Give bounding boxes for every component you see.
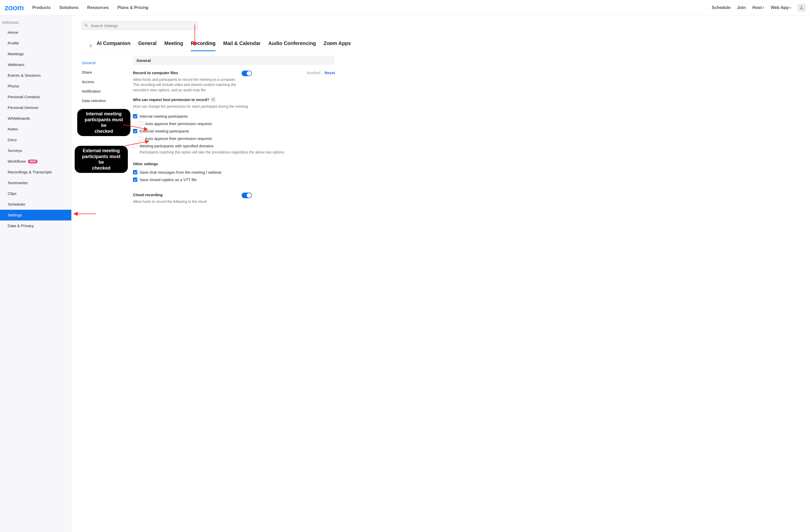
tabs-scroll-right[interactable] [327,41,334,47]
chevron-down-icon: ▾ [790,6,791,9]
tab-ai-companion[interactable]: AI Companion [97,41,130,51]
checkbox-domains[interactable] [133,144,137,148]
checkbox-save-chat[interactable] [133,170,137,174]
sidebar-item-personal-devices[interactable]: Personal Devices [0,102,71,113]
sidebar: PERSONAL HomeProfileMeetingsWebinarsEven… [0,15,71,532]
sidebar-item-personal-contacts[interactable]: Personal Contacts [0,92,71,102]
checkbox-external[interactable] [133,129,137,133]
group-header-general: General [133,56,335,65]
tab-recording[interactable]: Recording [191,41,215,51]
checkbox-save-cc-vtt[interactable] [133,178,137,182]
opt-external-participants[interactable]: External meeting participants [133,127,335,135]
chevron-right-icon [329,42,331,45]
who-can-request-title: Who can request host permission to recor… [133,98,209,102]
sidebar-section-label: PERSONAL [0,21,71,27]
sidebar-item-recordings-transcripts[interactable]: Recordings & Transcripts [0,167,71,178]
sidebar-item-webinars[interactable]: Webinars [0,59,71,70]
checkbox-internal[interactable] [133,114,137,118]
setting-desc: Allow hosts to record the following to t… [133,199,238,204]
settings-tabs: AI CompanionGeneralMeetingRecordingMail … [82,41,334,51]
tab-general[interactable]: General [138,41,157,51]
sidebar-item-scheduler[interactable]: Scheduler [0,199,71,210]
recording-subnav: GeneralShareAccessNotificationData reten… [82,56,123,207]
nav-left: Products Solutions Resources Plans & Pri… [32,5,148,10]
subnav-access[interactable]: Access [82,77,123,86]
checkbox-external-auto[interactable] [139,136,143,141]
opt-specified-domains-desc: Participants matching this option will t… [140,150,335,155]
tab-audio-conferencing[interactable]: Audio Conferencing [268,41,316,51]
setting-title: Cloud recording [133,193,238,197]
nav-webapp[interactable]: Web App▾ [771,5,791,10]
sidebar-item-data-privacy[interactable]: Data & Privacy [0,221,71,231]
search-icon [84,23,88,27]
toggle-cloud-recording[interactable] [242,193,252,198]
sidebar-item-phone[interactable]: Phone [0,81,71,92]
checkbox-internal-auto[interactable] [139,122,143,126]
sidebar-item-settings[interactable]: Settings [0,210,71,221]
subnav-general[interactable]: General [82,58,123,67]
sidebar-item-notes[interactable]: Notes [0,124,71,134]
setting-title: Record to computer files [133,70,238,75]
sidebar-item-docs[interactable]: Docs [0,134,71,145]
nav-plans[interactable]: Plans & Pricing [117,5,148,10]
top-navbar: zoom Products Solutions Resources Plans … [0,0,810,15]
opt-save-chat[interactable]: Save chat messages from the meeting / we… [133,168,335,176]
subnav-notification[interactable]: Notification [82,86,123,96]
svg-point-0 [85,24,87,26]
opt-internal-participants[interactable]: Internal meeting participants [133,113,335,120]
user-icon [799,5,804,10]
svg-line-1 [87,26,87,27]
sidebar-item-whiteboards[interactable]: Whiteboards [0,113,71,124]
setting-record-to-computer: Record to computer files Allow hosts and… [133,70,335,93]
nav-solutions[interactable]: Solutions [59,5,79,10]
nav-join[interactable]: Join [737,5,746,10]
avatar[interactable] [798,4,805,12]
chevron-down-icon: ▾ [763,6,764,9]
nav-products[interactable]: Products [32,5,51,10]
sidebar-item-summaries[interactable]: Summaries [0,178,71,188]
toggle-record-to-computer[interactable] [242,70,252,76]
nav-schedule[interactable]: Schedule [712,5,730,10]
tab-meeting[interactable]: Meeting [164,41,183,51]
reset-button[interactable]: Reset [324,70,335,75]
sidebar-item-meetings[interactable]: Meetings [0,49,71,59]
sidebar-item-workflows[interactable]: WorkflowsNEW [0,156,71,167]
opt-specified-domains[interactable]: Meeting participants with specified doma… [133,142,335,150]
search-input[interactable] [82,21,198,30]
settings-main: AI CompanionGeneralMeetingRecordingMail … [71,15,810,532]
subnav-data-retention[interactable]: Data retention [82,96,123,106]
settings-panel: General Record to computer files Allow h… [133,56,335,207]
nav-right: Schedule Join Host▾ Web App▾ [712,4,805,12]
setting-desc: Allow hosts and participants to record t… [133,77,238,93]
chevron-left-icon [90,44,92,48]
setting-cloud-recording: Cloud recording Allow hosts to record th… [133,193,335,204]
sidebar-item-surveys[interactable]: Surveys [0,145,71,156]
sidebar-item-clips[interactable]: Clips [0,188,71,199]
sidebar-item-events-sessions[interactable]: Events & Sessions [0,70,71,81]
who-can-request-desc: Host can change the permissions for each… [133,104,335,109]
modified-label: Modified [307,71,320,75]
other-settings-header: Other settings [133,162,335,166]
help-icon[interactable]: ⓥ [211,98,215,102]
subnav-share[interactable]: Share [82,67,123,77]
tab-mail-calendar[interactable]: Mail & Calendar [223,41,261,51]
sidebar-item-profile[interactable]: Profile [0,38,71,49]
nav-host[interactable]: Host▾ [752,5,764,10]
nav-resources[interactable]: Resources [87,5,109,10]
opt-external-auto[interactable]: Auto approve their permission requests [139,135,335,142]
zoom-logo[interactable]: zoom [5,3,23,12]
tabs-scroll-left[interactable] [90,43,92,49]
opt-internal-auto[interactable]: Auto approve their permission requests [139,120,335,127]
badge-new: NEW [28,160,37,163]
sidebar-item-home[interactable]: Home [0,27,71,38]
search-settings[interactable] [82,21,198,30]
opt-save-cc-vtt[interactable]: Save closed caption as a VTT file [133,176,335,183]
